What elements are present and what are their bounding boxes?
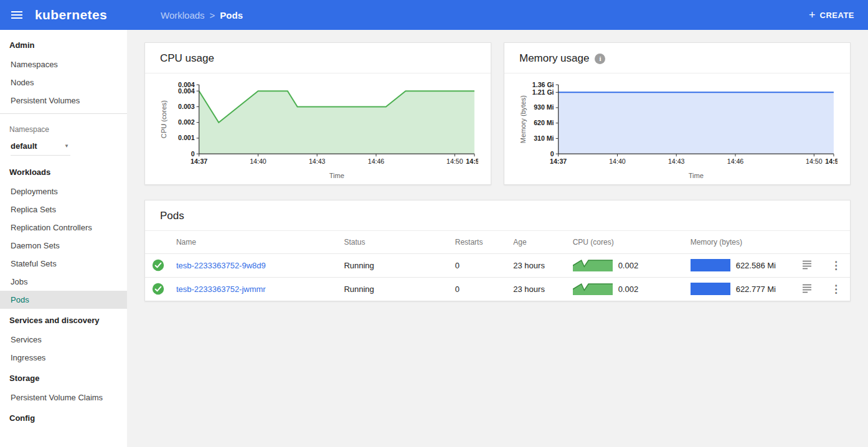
pod-name-link[interactable]: tesb-2233363752-jwmmr — [176, 285, 266, 294]
svg-text:14:37: 14:37 — [191, 158, 207, 165]
memory-usage-chart: 1.36 Gi1.21 Gi930 Mi620 Mi310 Mi014:3714… — [517, 80, 837, 181]
sidebar-section-workloads: Workloads — [0, 161, 127, 182]
svg-text:1.36 Gi: 1.36 Gi — [532, 81, 554, 88]
sidebar-item-persistent-volume-claims[interactable]: Persistent Volume Claims — [0, 388, 127, 407]
column-header-status[interactable]: Status — [339, 231, 450, 254]
memory-bar — [691, 283, 730, 295]
pods-title: Pods — [160, 210, 184, 222]
breadcrumb-separator-icon: > — [210, 10, 215, 21]
sidebar: Admin Namespaces Nodes Persistent Volume… — [0, 30, 127, 447]
pod-status: Running — [339, 253, 450, 277]
kebab-menu-icon[interactable]: ⋮ — [827, 283, 845, 295]
breadcrumb: Workloads > Pods — [161, 10, 243, 21]
memory-bar — [691, 259, 730, 271]
svg-text:310 Mi: 310 Mi — [534, 134, 554, 142]
svg-text:14:37: 14:37 — [550, 158, 567, 165]
cpu-sparkline — [573, 283, 613, 295]
svg-text:0.003: 0.003 — [178, 103, 195, 110]
sidebar-section-services-and-discovery: Services and discovery — [0, 309, 127, 331]
svg-text:620 Mi: 620 Mi — [534, 119, 554, 126]
cpu-usage-chart: 0.0040.0040.0030.0020.001014:3714:4014:4… — [158, 80, 478, 181]
table-header-row: Name Status Restarts Age CPU (cores) Mem… — [145, 231, 850, 254]
kebab-menu-icon[interactable]: ⋮ — [827, 260, 845, 271]
table-row: tesb-2233363752-jwmmr Running 0 23 hours… — [145, 277, 850, 301]
sidebar-item-replication-controllers[interactable]: Replication Controllers — [0, 219, 127, 237]
memory-value: 622.586 Mi — [736, 261, 776, 270]
menu-icon[interactable] — [11, 11, 22, 19]
column-header-cpu[interactable]: CPU (cores) — [568, 231, 686, 254]
sidebar-item-persistent-volumes[interactable]: Persistent Volumes — [0, 92, 127, 110]
create-button[interactable]: + CREATE — [809, 9, 854, 21]
cpu-usage-chart-area: 0.0040.0040.0030.0020.001014:3714:4014:4… — [145, 73, 491, 184]
svg-text:14:46: 14:46 — [727, 158, 744, 165]
topbar: kubernetes Workloads > Pods + CREATE — [0, 0, 868, 30]
sidebar-item-jobs[interactable]: Jobs — [0, 273, 127, 291]
column-header-memory[interactable]: Memory (bytes) — [686, 231, 792, 254]
cpu-usage-title: CPU usage — [160, 52, 214, 65]
breadcrumb-parent[interactable]: Workloads — [161, 10, 205, 21]
svg-text:CPU (cores): CPU (cores) — [160, 100, 167, 138]
info-icon[interactable]: i — [595, 54, 605, 64]
svg-text:14:50: 14:50 — [446, 158, 463, 165]
pods-card: Pods Name Status Restarts Age CPU (cores… — [144, 200, 851, 301]
column-header-age[interactable]: Age — [508, 231, 567, 254]
svg-text:14:40: 14:40 — [250, 158, 267, 165]
sidebar-item-replica-sets[interactable]: Replica Sets — [0, 200, 127, 219]
sidebar-item-nodes[interactable]: Nodes — [0, 73, 127, 92]
sidebar-divider — [0, 113, 127, 114]
pod-status: Running — [339, 277, 450, 301]
svg-text:0.001: 0.001 — [178, 134, 195, 141]
namespace-selected-value: default — [11, 141, 37, 151]
svg-text:Time: Time — [329, 172, 344, 179]
sidebar-item-ingresses[interactable]: Ingresses — [0, 349, 127, 367]
topbar-brand-area: kubernetes — [0, 7, 144, 22]
namespace-label: Namespace — [0, 118, 127, 135]
svg-text:14:51: 14:51 — [466, 158, 478, 165]
cpu-value: 0.002 — [618, 285, 639, 294]
sidebar-item-pods[interactable]: Pods — [0, 291, 127, 309]
pod-restarts: 0 — [450, 253, 509, 277]
column-header-name[interactable]: Name — [171, 231, 339, 254]
namespace-select[interactable]: default ▼ — [11, 138, 70, 156]
memory-usage-card: Memory usage i 1.36 Gi1.21 Gi930 Mi620 M… — [504, 42, 851, 185]
svg-text:0.002: 0.002 — [178, 118, 195, 126]
column-header-status-icon — [145, 231, 171, 254]
memory-usage-title: Memory usage — [519, 52, 589, 65]
sidebar-item-services[interactable]: Services — [0, 331, 127, 349]
sidebar-item-daemon-sets[interactable]: Daemon Sets — [0, 237, 127, 255]
svg-text:14:40: 14:40 — [609, 158, 626, 165]
table-row: tesb-2233363752-9w8d9 Running 0 23 hours… — [145, 253, 850, 277]
column-header-actions — [822, 231, 850, 254]
svg-text:14:51: 14:51 — [825, 158, 837, 165]
sidebar-item-deployments[interactable]: Deployments — [0, 182, 127, 200]
cpu-sparkline — [573, 259, 613, 271]
sidebar-section-config: Config — [0, 407, 127, 428]
column-header-restarts[interactable]: Restarts — [450, 231, 509, 254]
plus-icon: + — [809, 9, 816, 21]
svg-text:14:46: 14:46 — [368, 158, 385, 165]
pod-age: 23 hours — [508, 253, 567, 277]
breadcrumb-current: Pods — [220, 10, 243, 21]
memory-value: 622.777 Mi — [736, 285, 776, 294]
pods-table: Name Status Restarts Age CPU (cores) Mem… — [145, 231, 850, 301]
status-ok-icon — [152, 259, 164, 271]
main-content: CPU usage 0.0040.0040.0030.0020.001014:3… — [127, 30, 868, 447]
cpu-value: 0.002 — [618, 261, 639, 270]
pod-restarts: 0 — [450, 277, 509, 301]
sidebar-item-stateful-sets[interactable]: Stateful Sets — [0, 255, 127, 273]
svg-text:Time: Time — [689, 172, 704, 179]
brand-logo[interactable]: kubernetes — [35, 7, 107, 22]
sidebar-section-storage: Storage — [0, 367, 127, 388]
logs-icon[interactable] — [801, 283, 813, 294]
svg-text:14:50: 14:50 — [806, 158, 823, 165]
svg-text:Memory (bytes): Memory (bytes) — [519, 95, 527, 143]
logs-icon[interactable] — [801, 259, 813, 270]
column-header-logs — [792, 231, 822, 254]
svg-text:14:43: 14:43 — [309, 158, 326, 165]
cpu-usage-card: CPU usage 0.0040.0040.0030.0020.001014:3… — [144, 42, 491, 185]
sidebar-section-admin: Admin — [0, 34, 127, 55]
sidebar-item-namespaces[interactable]: Namespaces — [0, 55, 127, 73]
pod-name-link[interactable]: tesb-2233363752-9w8d9 — [176, 261, 266, 270]
svg-text:930 Mi: 930 Mi — [534, 103, 554, 111]
svg-text:14:43: 14:43 — [668, 158, 685, 165]
